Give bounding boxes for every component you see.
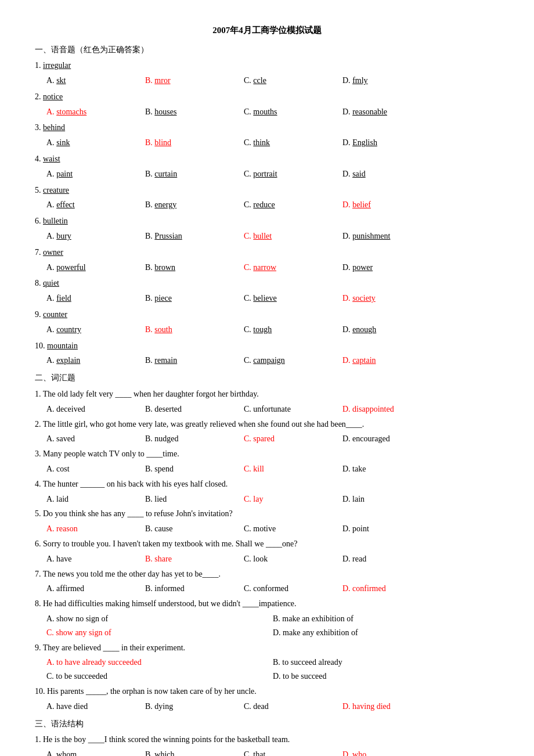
phonetics-q-8-word: 8. quiet	[35, 276, 499, 290]
option-B: B. energy	[145, 198, 244, 212]
option-letter: C.	[244, 138, 253, 147]
option-letter: B.	[145, 107, 154, 116]
option-D: D. fmly	[342, 74, 441, 88]
option-letter: C.	[244, 263, 253, 272]
option-letter: A.	[46, 263, 56, 272]
phonetics-q-6-options: A. buryB. PrussianC. bulletD. punishment	[46, 229, 499, 243]
q-word: bulletin	[43, 217, 68, 225]
option-letter: B.	[145, 294, 154, 303]
section3-title: 三、语法结构	[35, 717, 499, 731]
vocab-q-5-text: 5. Do you think she has any ____ to refu…	[35, 507, 499, 521]
option-text: English	[352, 138, 377, 147]
option-C: C. unfortunate	[244, 402, 342, 416]
option-A: A. whom	[46, 748, 145, 756]
option-text: sink	[56, 138, 70, 147]
option-letter: B.	[145, 356, 154, 365]
option-text: field	[56, 294, 71, 303]
vocab-q-6: 6. Sorry to trouble you. I haven't taken…	[35, 537, 499, 566]
option-D: D. to be succeed	[273, 669, 499, 683]
vocab-q-1-text: 1. The old lady felt very ____ when her …	[35, 387, 499, 401]
option-B: B. deserted	[145, 402, 244, 416]
page-container: 2007年4月工商学位模拟试题 一、语音题（红色为正确答案） 1. irregu…	[35, 23, 499, 756]
option-text: society	[352, 294, 376, 303]
option-C: C. spared	[244, 432, 342, 446]
vocab-q-9-options: A. to have already succeededB. to succee…	[46, 656, 499, 683]
phonetics-q-5-word: 5. creature	[35, 183, 499, 197]
option-text: fmly	[352, 76, 367, 85]
option-D: D. encouraged	[342, 432, 441, 446]
phonetics-q-8: 8. quietA. fieldB. pieceC. believeD. soc…	[35, 276, 499, 305]
option-text: narrow	[253, 263, 276, 272]
option-A: A. powerful	[46, 261, 145, 275]
option-letter: A.	[46, 356, 56, 365]
vocab-q-2: 2. The little girl, who got home very la…	[35, 417, 499, 447]
grammar-q-1-text: 1. He is the boy ____I think scored the …	[35, 733, 499, 747]
option-D: D. said	[342, 167, 441, 181]
option-B: B. Prussian	[145, 229, 244, 243]
vocab-q-4-options: A. laidB. liedC. layD. lain	[46, 492, 499, 506]
option-A: A. field	[46, 291, 145, 305]
option-letter: A.	[46, 200, 56, 209]
option-A: A. explain	[46, 354, 145, 368]
option-letter: D.	[342, 76, 352, 85]
option-D: D. point	[342, 522, 441, 536]
option-D: D. society	[342, 291, 441, 305]
q-word: waist	[43, 154, 60, 163]
option-C: C. tough	[244, 323, 342, 337]
q-number: 9.	[35, 310, 43, 319]
vocab-q-7-text: 7. The news you told me the other day ha…	[35, 567, 499, 581]
vocab-q-1-options: A. deceivedB. desertedC. unfortunateD. d…	[46, 402, 499, 416]
option-A: A. effect	[46, 198, 145, 212]
option-A: A. country	[46, 323, 145, 337]
q-number: 6.	[35, 217, 43, 225]
q-number: 10.	[35, 341, 47, 350]
phonetics-q-5: 5. creatureA. effectB. energyC. reduceD.…	[35, 183, 499, 213]
phonetics-q-7: 7. ownerA. powerfulB. brownC. narrowD. p…	[35, 246, 499, 275]
option-A: A. sink	[46, 136, 145, 150]
phonetics-q-6: 6. bulletinA. buryB. PrussianC. bulletD.…	[35, 214, 499, 243]
phonetics-q-1: 1. irregularA. sktB. mrorC. ccleD. fmly	[35, 59, 499, 88]
phonetics-q-8-options: A. fieldB. pieceC. believeD. society	[46, 291, 499, 305]
phonetics-q-10-word: 10. mountain	[35, 339, 499, 353]
option-A: A. bury	[46, 229, 145, 243]
grammar-q-1-options: A. whomB. whichC. thatD. who	[46, 748, 499, 756]
vocab-q-2-options: A. savedB. nudgedC. sparedD. encouraged	[46, 432, 499, 446]
option-letter: B.	[145, 263, 154, 272]
vocab-q-3-options: A. costB. spendC. killD. take	[46, 462, 499, 476]
option-text: reasonable	[352, 107, 387, 116]
option-letter: B.	[145, 76, 154, 85]
option-C: C. believe	[244, 291, 342, 305]
option-A: A. affirmed	[46, 582, 145, 596]
option-letter: D.	[342, 325, 352, 334]
option-letter: C.	[244, 294, 253, 303]
vocab-q-4-text: 4. The hunter ______ on his back with hi…	[35, 477, 499, 491]
option-A: A. reason	[46, 522, 145, 536]
option-A: A. stomachs	[46, 105, 145, 119]
option-letter: B.	[145, 325, 154, 334]
option-B: B. nudged	[145, 432, 244, 446]
option-A: A. skt	[46, 74, 145, 88]
vocab-q-8: 8. He had difficulties making himself un…	[35, 597, 499, 639]
option-C: C. look	[244, 552, 342, 566]
option-D: D. make any exhibition of	[273, 626, 499, 640]
option-text: energy	[154, 200, 176, 209]
option-text: mouths	[253, 107, 277, 116]
option-B: B. to succeed already	[273, 656, 499, 669]
vocab-q-7: 7. The news you told me the other day ha…	[35, 567, 499, 596]
option-letter: A.	[46, 232, 56, 240]
option-letter: D.	[342, 294, 352, 303]
option-text: said	[352, 170, 366, 178]
option-text: powerful	[56, 263, 86, 272]
vocab-q-5: 5. Do you think she has any ____ to refu…	[35, 507, 499, 536]
q-word: owner	[43, 248, 63, 257]
q-word: mountain	[47, 341, 78, 350]
q-word: quiet	[43, 279, 59, 287]
option-D: D. disappointed	[342, 402, 441, 416]
option-D: D. captain	[342, 354, 441, 368]
option-text: paint	[56, 170, 73, 178]
option-text: explain	[56, 356, 80, 365]
vocab-q-3-text: 3. Many people watch TV only to ____time…	[35, 447, 499, 461]
option-A: A. cost	[46, 462, 145, 476]
option-C: C. bullet	[244, 229, 342, 243]
phonetics-q-9-options: A. countryB. southC. toughD. enough	[46, 323, 499, 337]
